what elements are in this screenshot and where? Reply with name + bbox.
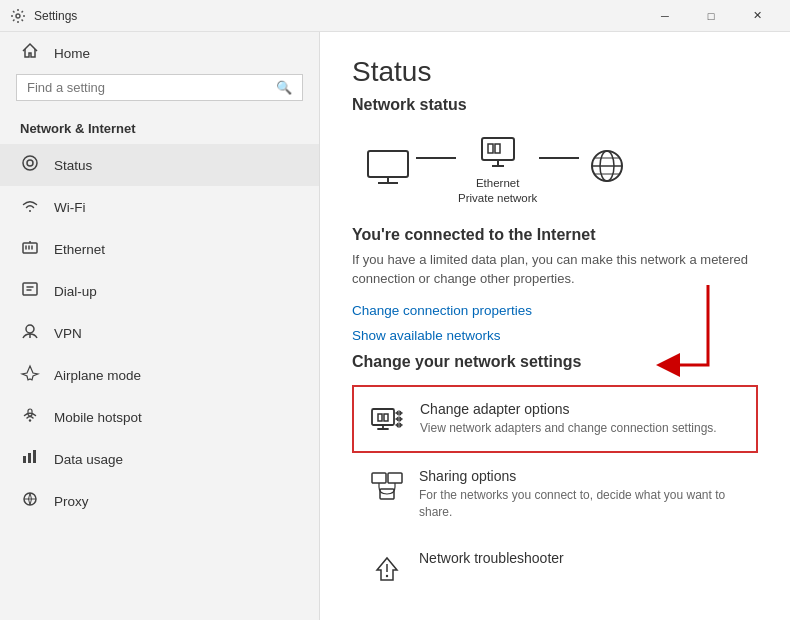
sidebar-item-hotspot[interactable]: Mobile hotspot [0,396,319,438]
datausage-icon [20,448,40,470]
show-networks-link[interactable]: Show available networks [352,328,758,343]
svg-point-2 [27,160,33,166]
sidebar: Home 🔍 Network & Internet Status [0,32,320,620]
sidebar-item-datausage[interactable]: Data usage [0,438,319,480]
svg-rect-14 [368,151,408,177]
svg-point-5 [26,325,34,333]
home-icon [20,42,40,64]
change-settings-title: Change your network settings [352,353,758,371]
svg-point-1 [23,156,37,170]
svg-point-7 [29,419,31,421]
search-input[interactable] [27,80,276,95]
sidebar-item-vpn[interactable]: VPN [0,312,319,354]
svg-rect-29 [372,473,386,483]
sidebar-item-ethernet[interactable]: Ethernet [0,228,319,270]
sharing-text: Sharing options For the networks you con… [419,468,741,521]
sidebar-item-dialup[interactable]: Dial-up [0,270,319,312]
title-bar: Settings ─ □ ✕ [0,0,790,32]
adapter-desc: View network adapters and change connect… [420,420,717,437]
minimize-button[interactable]: ─ [642,0,688,32]
sidebar-item-airplane[interactable]: Airplane mode [0,354,319,396]
adapter-options-wrapper: Change adapter options View network adap… [352,385,758,453]
svg-rect-30 [388,473,402,483]
wifi-icon [20,196,40,218]
sharing-desc: For the networks you connect to, decide … [419,487,741,521]
sidebar-item-proxy-label: Proxy [54,494,89,509]
maximize-button[interactable]: □ [688,0,734,32]
network-diagram: Ethernet Private network [362,130,758,206]
airplane-icon [20,364,40,386]
adapter-title: Change adapter options [420,401,717,417]
router-icon [472,130,524,172]
line-1 [416,157,456,159]
sidebar-item-hotspot-label: Mobile hotspot [54,410,142,425]
svg-rect-15 [482,138,514,160]
adapter-text: Change adapter options View network adap… [420,401,717,437]
svg-rect-25 [384,414,388,421]
network-status-title: Network status [352,96,758,114]
ethernet-label: Ethernet Private network [458,176,537,206]
svg-rect-10 [28,453,31,463]
sidebar-item-proxy[interactable]: Proxy [0,480,319,522]
settings-icon [10,8,26,24]
proxy-icon [20,490,40,512]
ethernet-icon-container: Ethernet Private network [458,130,537,206]
main-content: Status Network status [320,32,790,620]
svg-point-0 [16,14,20,18]
svg-rect-9 [23,456,26,463]
sidebar-section-title: Network & Internet [0,117,319,144]
pc-icon-container [362,147,414,189]
hotspot-icon [20,406,40,428]
sharing-item[interactable]: Sharing options For the networks you con… [352,453,758,536]
svg-rect-23 [372,409,394,425]
sharing-icon [369,468,405,504]
ethernet-icon [20,238,40,260]
troubleshooter-icon [369,550,405,586]
troubleshooter-item[interactable]: Network troubleshooter [352,535,758,601]
dialup-icon [20,280,40,302]
svg-rect-17 [495,144,500,153]
sidebar-item-ethernet-label: Ethernet [54,242,105,257]
svg-rect-4 [23,283,37,295]
vpn-icon [20,322,40,344]
change-connection-link[interactable]: Change connection properties [352,303,758,318]
svg-rect-3 [23,243,37,253]
title-bar-controls: ─ □ ✕ [642,0,780,32]
globe-icon-container [581,147,633,189]
globe-icon [581,147,633,189]
adapter-icon [370,401,406,437]
svg-rect-11 [33,450,36,463]
page-title: Status [352,56,758,88]
svg-point-33 [386,575,388,577]
sidebar-item-wifi-label: Wi-Fi [54,200,85,215]
sharing-title: Sharing options [419,468,741,484]
svg-rect-16 [488,144,493,153]
svg-rect-24 [378,414,382,421]
sidebar-item-airplane-label: Airplane mode [54,368,141,383]
line-2 [539,157,579,159]
sidebar-item-wifi[interactable]: Wi-Fi [0,186,319,228]
troubleshooter-text: Network troubleshooter [419,550,564,569]
sidebar-item-vpn-label: VPN [54,326,82,341]
sidebar-item-datausage-label: Data usage [54,452,123,467]
sidebar-item-dialup-label: Dial-up [54,284,97,299]
sidebar-item-home-label: Home [54,46,90,61]
status-icon [20,154,40,176]
sidebar-item-status[interactable]: Status [0,144,319,186]
pc-icon [362,147,414,189]
search-box[interactable]: 🔍 [16,74,303,101]
search-icon: 🔍 [276,80,292,95]
troubleshooter-title: Network troubleshooter [419,550,564,566]
connection-desc: If you have a limited data plan, you can… [352,250,752,289]
title-bar-text: Settings [34,9,642,23]
change-adapter-item[interactable]: Change adapter options View network adap… [352,385,758,453]
sidebar-item-status-label: Status [54,158,92,173]
app-body: Home 🔍 Network & Internet Status [0,32,790,620]
close-button[interactable]: ✕ [734,0,780,32]
connection-status: You're connected to the Internet [352,226,758,244]
sidebar-item-home[interactable]: Home [0,32,319,74]
